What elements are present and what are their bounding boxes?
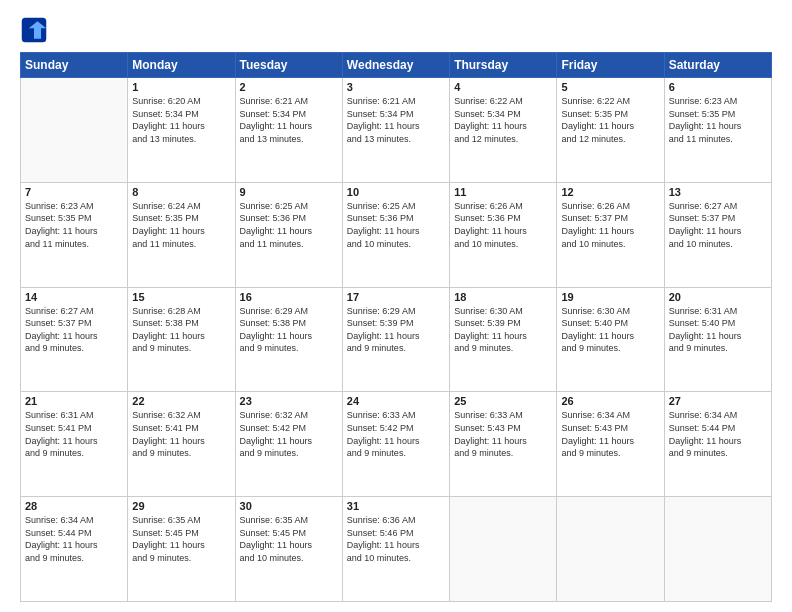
calendar-cell: 1Sunrise: 6:20 AM Sunset: 5:34 PM Daylig… (128, 78, 235, 183)
page: SundayMondayTuesdayWednesdayThursdayFrid… (0, 0, 792, 612)
calendar-cell (21, 78, 128, 183)
day-info: Sunrise: 6:33 AM Sunset: 5:43 PM Dayligh… (454, 409, 552, 459)
day-info: Sunrise: 6:25 AM Sunset: 5:36 PM Dayligh… (347, 200, 445, 250)
calendar-cell: 8Sunrise: 6:24 AM Sunset: 5:35 PM Daylig… (128, 182, 235, 287)
day-info: Sunrise: 6:23 AM Sunset: 5:35 PM Dayligh… (669, 95, 767, 145)
day-number: 24 (347, 395, 445, 407)
calendar-cell: 16Sunrise: 6:29 AM Sunset: 5:38 PM Dayli… (235, 287, 342, 392)
calendar-cell: 18Sunrise: 6:30 AM Sunset: 5:39 PM Dayli… (450, 287, 557, 392)
day-number: 26 (561, 395, 659, 407)
day-info: Sunrise: 6:34 AM Sunset: 5:44 PM Dayligh… (25, 514, 123, 564)
col-header-friday: Friday (557, 53, 664, 78)
day-number: 9 (240, 186, 338, 198)
day-number: 13 (669, 186, 767, 198)
day-number: 16 (240, 291, 338, 303)
calendar-cell (557, 497, 664, 602)
day-info: Sunrise: 6:27 AM Sunset: 5:37 PM Dayligh… (25, 305, 123, 355)
day-number: 10 (347, 186, 445, 198)
day-number: 14 (25, 291, 123, 303)
calendar-cell: 27Sunrise: 6:34 AM Sunset: 5:44 PM Dayli… (664, 392, 771, 497)
day-number: 18 (454, 291, 552, 303)
col-header-tuesday: Tuesday (235, 53, 342, 78)
day-number: 28 (25, 500, 123, 512)
calendar-cell: 22Sunrise: 6:32 AM Sunset: 5:41 PM Dayli… (128, 392, 235, 497)
day-info: Sunrise: 6:21 AM Sunset: 5:34 PM Dayligh… (240, 95, 338, 145)
col-header-monday: Monday (128, 53, 235, 78)
day-number: 3 (347, 81, 445, 93)
day-number: 27 (669, 395, 767, 407)
calendar-cell: 19Sunrise: 6:30 AM Sunset: 5:40 PM Dayli… (557, 287, 664, 392)
day-number: 17 (347, 291, 445, 303)
day-info: Sunrise: 6:24 AM Sunset: 5:35 PM Dayligh… (132, 200, 230, 250)
calendar-cell: 25Sunrise: 6:33 AM Sunset: 5:43 PM Dayli… (450, 392, 557, 497)
day-info: Sunrise: 6:35 AM Sunset: 5:45 PM Dayligh… (132, 514, 230, 564)
calendar-cell: 7Sunrise: 6:23 AM Sunset: 5:35 PM Daylig… (21, 182, 128, 287)
day-number: 19 (561, 291, 659, 303)
col-header-sunday: Sunday (21, 53, 128, 78)
calendar-cell: 6Sunrise: 6:23 AM Sunset: 5:35 PM Daylig… (664, 78, 771, 183)
day-number: 1 (132, 81, 230, 93)
day-info: Sunrise: 6:26 AM Sunset: 5:37 PM Dayligh… (561, 200, 659, 250)
calendar-cell: 10Sunrise: 6:25 AM Sunset: 5:36 PM Dayli… (342, 182, 449, 287)
calendar-cell (450, 497, 557, 602)
day-info: Sunrise: 6:28 AM Sunset: 5:38 PM Dayligh… (132, 305, 230, 355)
calendar-cell: 31Sunrise: 6:36 AM Sunset: 5:46 PM Dayli… (342, 497, 449, 602)
calendar-cell: 15Sunrise: 6:28 AM Sunset: 5:38 PM Dayli… (128, 287, 235, 392)
day-number: 20 (669, 291, 767, 303)
day-number: 21 (25, 395, 123, 407)
calendar-cell: 5Sunrise: 6:22 AM Sunset: 5:35 PM Daylig… (557, 78, 664, 183)
day-info: Sunrise: 6:29 AM Sunset: 5:39 PM Dayligh… (347, 305, 445, 355)
day-number: 4 (454, 81, 552, 93)
day-info: Sunrise: 6:30 AM Sunset: 5:40 PM Dayligh… (561, 305, 659, 355)
calendar-cell: 12Sunrise: 6:26 AM Sunset: 5:37 PM Dayli… (557, 182, 664, 287)
calendar-cell (664, 497, 771, 602)
calendar-week-row: 7Sunrise: 6:23 AM Sunset: 5:35 PM Daylig… (21, 182, 772, 287)
day-info: Sunrise: 6:25 AM Sunset: 5:36 PM Dayligh… (240, 200, 338, 250)
day-info: Sunrise: 6:27 AM Sunset: 5:37 PM Dayligh… (669, 200, 767, 250)
day-info: Sunrise: 6:34 AM Sunset: 5:44 PM Dayligh… (669, 409, 767, 459)
day-number: 12 (561, 186, 659, 198)
calendar-cell: 21Sunrise: 6:31 AM Sunset: 5:41 PM Dayli… (21, 392, 128, 497)
calendar-cell: 26Sunrise: 6:34 AM Sunset: 5:43 PM Dayli… (557, 392, 664, 497)
calendar-cell: 11Sunrise: 6:26 AM Sunset: 5:36 PM Dayli… (450, 182, 557, 287)
day-info: Sunrise: 6:30 AM Sunset: 5:39 PM Dayligh… (454, 305, 552, 355)
day-info: Sunrise: 6:22 AM Sunset: 5:35 PM Dayligh… (561, 95, 659, 145)
day-number: 7 (25, 186, 123, 198)
day-info: Sunrise: 6:35 AM Sunset: 5:45 PM Dayligh… (240, 514, 338, 564)
day-number: 5 (561, 81, 659, 93)
calendar-table: SundayMondayTuesdayWednesdayThursdayFrid… (20, 52, 772, 602)
day-number: 6 (669, 81, 767, 93)
logo-icon (20, 16, 48, 44)
day-number: 2 (240, 81, 338, 93)
calendar-cell: 4Sunrise: 6:22 AM Sunset: 5:34 PM Daylig… (450, 78, 557, 183)
day-number: 22 (132, 395, 230, 407)
calendar-week-row: 1Sunrise: 6:20 AM Sunset: 5:34 PM Daylig… (21, 78, 772, 183)
col-header-wednesday: Wednesday (342, 53, 449, 78)
day-number: 15 (132, 291, 230, 303)
day-info: Sunrise: 6:31 AM Sunset: 5:41 PM Dayligh… (25, 409, 123, 459)
calendar-cell: 30Sunrise: 6:35 AM Sunset: 5:45 PM Dayli… (235, 497, 342, 602)
day-number: 31 (347, 500, 445, 512)
day-info: Sunrise: 6:34 AM Sunset: 5:43 PM Dayligh… (561, 409, 659, 459)
calendar-cell: 14Sunrise: 6:27 AM Sunset: 5:37 PM Dayli… (21, 287, 128, 392)
calendar-week-row: 28Sunrise: 6:34 AM Sunset: 5:44 PM Dayli… (21, 497, 772, 602)
col-header-saturday: Saturday (664, 53, 771, 78)
day-info: Sunrise: 6:32 AM Sunset: 5:42 PM Dayligh… (240, 409, 338, 459)
calendar-cell: 28Sunrise: 6:34 AM Sunset: 5:44 PM Dayli… (21, 497, 128, 602)
day-number: 30 (240, 500, 338, 512)
header (20, 16, 772, 44)
day-info: Sunrise: 6:26 AM Sunset: 5:36 PM Dayligh… (454, 200, 552, 250)
day-info: Sunrise: 6:22 AM Sunset: 5:34 PM Dayligh… (454, 95, 552, 145)
day-number: 25 (454, 395, 552, 407)
day-info: Sunrise: 6:36 AM Sunset: 5:46 PM Dayligh… (347, 514, 445, 564)
day-info: Sunrise: 6:23 AM Sunset: 5:35 PM Dayligh… (25, 200, 123, 250)
logo (20, 16, 52, 44)
day-info: Sunrise: 6:32 AM Sunset: 5:41 PM Dayligh… (132, 409, 230, 459)
calendar-cell: 13Sunrise: 6:27 AM Sunset: 5:37 PM Dayli… (664, 182, 771, 287)
day-info: Sunrise: 6:31 AM Sunset: 5:40 PM Dayligh… (669, 305, 767, 355)
day-number: 23 (240, 395, 338, 407)
day-info: Sunrise: 6:33 AM Sunset: 5:42 PM Dayligh… (347, 409, 445, 459)
calendar-cell: 23Sunrise: 6:32 AM Sunset: 5:42 PM Dayli… (235, 392, 342, 497)
day-number: 29 (132, 500, 230, 512)
calendar-cell: 17Sunrise: 6:29 AM Sunset: 5:39 PM Dayli… (342, 287, 449, 392)
